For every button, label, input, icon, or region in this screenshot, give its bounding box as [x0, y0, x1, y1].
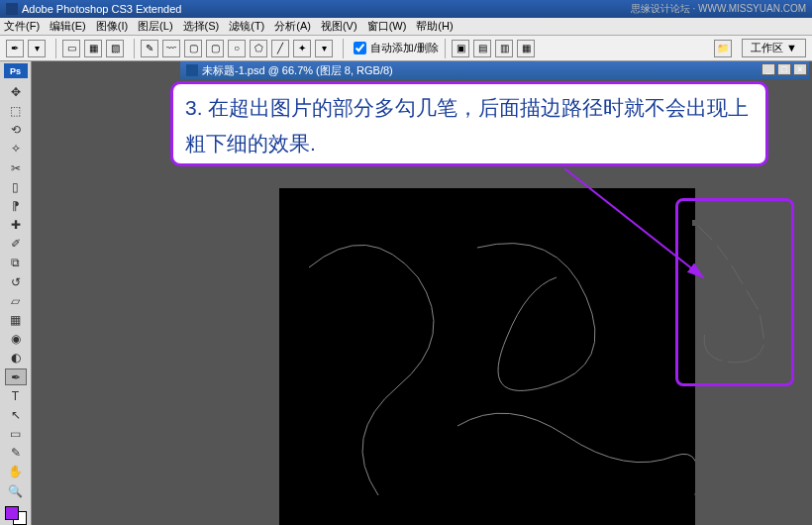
menu-help[interactable]: 帮助(H): [416, 19, 453, 34]
svg-rect-8: [702, 329, 708, 335]
color-swatch[interactable]: [5, 506, 27, 525]
separator: [343, 39, 344, 58]
clone-tool-icon[interactable]: ⧉: [5, 255, 27, 271]
shape-layers-icon[interactable]: ▭: [62, 40, 80, 57]
history-brush-tool-icon[interactable]: ↺: [5, 273, 27, 290]
dropdown-icon[interactable]: ▾: [28, 40, 46, 57]
freeform-pen-icon[interactable]: 〰: [162, 40, 180, 57]
svg-rect-1: [692, 220, 698, 226]
callout-text: 3. 在超出图片的部分多勾几笔，后面描边路径时就不会出现上粗下细的效果.: [185, 96, 749, 155]
svg-rect-5: [757, 309, 762, 315]
separator: [445, 39, 446, 58]
separator: [134, 39, 135, 58]
eraser-tool-icon[interactable]: ▱: [5, 292, 27, 309]
svg-rect-3: [727, 260, 733, 265]
minimize-button[interactable]: _: [761, 63, 775, 75]
paths-icon[interactable]: ▦: [84, 40, 102, 57]
doc-icon: [186, 64, 198, 76]
auto-add-delete-label: 自动添加/删除: [370, 41, 439, 55]
path-curves: [279, 188, 695, 525]
menu-bar: 文件(F) 编辑(E) 图像(I) 图层(L) 选择(S) 滤镜(T) 分析(A…: [0, 18, 812, 36]
menu-layer[interactable]: 图层(L): [138, 19, 172, 34]
slice-tool-icon[interactable]: ▯: [5, 178, 27, 195]
blur-tool-icon[interactable]: ◉: [5, 330, 27, 347]
options-bar: ✒ ▾ ▭ ▦ ▧ ✎ 〰 ▢ ▢ ○ ⬠ ╱ ✦ ▾ 自动添加/删除 ▣ ▤ …: [0, 36, 812, 61]
svg-rect-6: [761, 339, 767, 345]
auto-add-delete-checkbox[interactable]: [354, 42, 366, 54]
app-icon: [6, 3, 18, 15]
menu-analysis[interactable]: 分析(A): [274, 19, 311, 34]
move-tool-icon[interactable]: ✥: [5, 83, 27, 100]
path-op4-icon[interactable]: ▦: [517, 40, 535, 57]
close-button[interactable]: ×: [793, 63, 807, 75]
shape-dropdown-icon[interactable]: ▾: [315, 40, 333, 57]
rect-icon[interactable]: ▢: [184, 40, 202, 57]
path-op2-icon[interactable]: ▤: [473, 40, 491, 57]
heal-tool-icon[interactable]: ✚: [5, 217, 27, 234]
line-icon[interactable]: ╱: [271, 40, 289, 57]
menu-image[interactable]: 图像(I): [96, 19, 128, 34]
menu-edit[interactable]: 编辑(E): [50, 19, 86, 34]
path-anchor-detail: [685, 213, 784, 381]
separator: [55, 39, 56, 58]
path-op1-icon[interactable]: ▣: [452, 40, 469, 57]
maximize-button[interactable]: □: [777, 63, 791, 75]
document-titlebar[interactable]: 未标题-1.psd @ 66.7% (图层 8, RGB/8) _ □ ×: [180, 61, 809, 79]
app-title: Adobe Photoshop CS3 Extended: [22, 3, 181, 15]
document-title: 未标题-1.psd @ 66.7% (图层 8, RGB/8): [202, 63, 393, 78]
fill-pixels-icon[interactable]: ▧: [106, 40, 124, 57]
crop-tool-icon[interactable]: ✂: [5, 159, 27, 176]
pen-tool-icon[interactable]: ✒: [5, 368, 27, 385]
menu-filter[interactable]: 滤镜(T): [229, 19, 264, 34]
rounded-rect-icon[interactable]: ▢: [206, 40, 224, 57]
go-bridge-icon[interactable]: 📁: [714, 40, 732, 57]
menu-file[interactable]: 文件(F): [4, 19, 40, 34]
brush-tool-icon[interactable]: ✐: [5, 236, 27, 253]
ellipse-icon[interactable]: ○: [228, 40, 246, 57]
menu-select[interactable]: 选择(S): [183, 19, 220, 34]
path-op3-icon[interactable]: ▥: [495, 40, 513, 57]
svg-rect-7: [722, 359, 728, 365]
lasso-tool-icon[interactable]: ⟲: [5, 122, 27, 139]
watermark: 思缘设计论坛 · WWW.MISSYUAN.COM: [631, 2, 806, 16]
fg-color-swatch[interactable]: [5, 506, 19, 520]
shape-tool-icon[interactable]: ▭: [5, 426, 27, 443]
ps-badge: Ps: [4, 63, 28, 78]
path-select-tool-icon[interactable]: ↖: [5, 406, 27, 423]
hand-tool-icon[interactable]: ✋: [5, 464, 27, 480]
dodge-tool-icon[interactable]: ◐: [5, 350, 27, 367]
pen-tool-icon[interactable]: ✒: [6, 40, 24, 57]
polygon-icon[interactable]: ⬠: [250, 40, 267, 57]
toolbox: Ps ✥ ⬚ ⟲ ✧ ✂ ▯ ⁋ ✚ ✐ ⧉ ↺ ▱ ▦ ◉ ◐ ✒ T ↖ ▭…: [0, 61, 32, 525]
eyedrop-tool-icon[interactable]: ⁋: [5, 197, 27, 214]
svg-rect-2: [712, 240, 718, 246]
workspace-dropdown[interactable]: 工作区 ▼: [742, 39, 806, 57]
pen-icon[interactable]: ✎: [141, 40, 158, 57]
annotation-callout: 3. 在超出图片的部分多勾几笔，后面描边路径时就不会出现上粗下细的效果.: [170, 81, 768, 166]
custom-shape-icon[interactable]: ✦: [293, 40, 311, 57]
type-tool-icon[interactable]: T: [5, 387, 27, 404]
svg-rect-4: [742, 284, 748, 290]
menu-window[interactable]: 窗口(W): [367, 19, 407, 34]
menu-view[interactable]: 视图(V): [321, 19, 357, 34]
wand-tool-icon[interactable]: ✧: [5, 141, 27, 158]
zoom-tool-icon[interactable]: 🔍: [5, 482, 27, 499]
marquee-tool-icon[interactable]: ⬚: [5, 103, 27, 120]
notes-tool-icon[interactable]: ✎: [5, 445, 27, 462]
canvas[interactable]: [279, 188, 695, 525]
gradient-tool-icon[interactable]: ▦: [5, 311, 27, 328]
